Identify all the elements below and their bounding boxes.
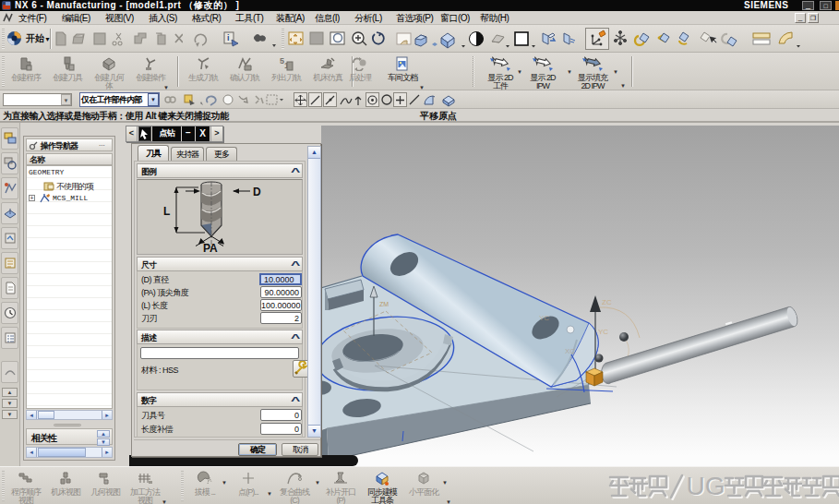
svg-text:UG: UG [687,472,725,500]
svg-text:YC: YC [598,328,608,336]
svg-text:ZM: ZM [379,301,389,307]
svg-text:D: D [253,186,261,198]
svg-text:ZC: ZC [602,298,612,306]
svg-text:PA: PA [203,242,218,254]
svg-text:YC: YC [539,314,549,322]
svg-text:i: i [227,33,230,42]
svg-text:L: L [163,205,170,218]
svg-text:XC: XC [565,347,575,355]
